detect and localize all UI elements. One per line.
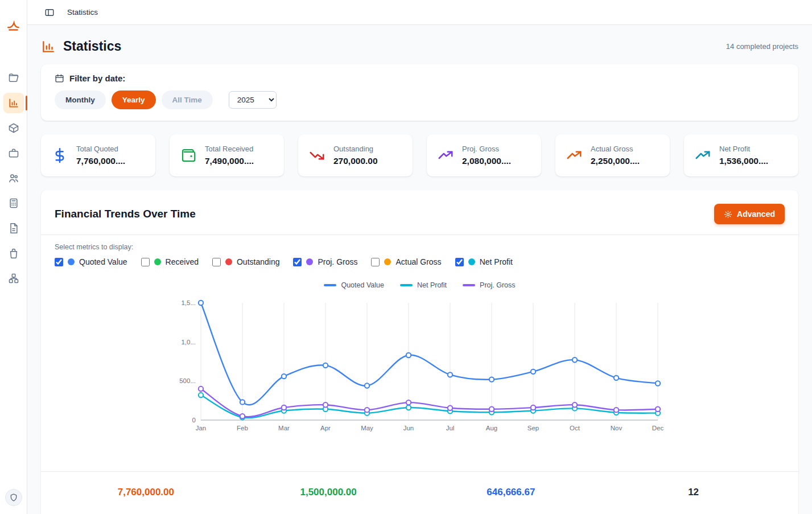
advanced-button[interactable]: Advanced [714,204,785,224]
gear-icon [724,210,732,219]
sidebar-item-folder[interactable] [3,68,24,88]
summary-stat-1: 7,760,000.00 [55,487,237,498]
legend-label: Quoted Value [341,281,384,289]
sidebar-item-calculator[interactable] [3,193,24,213]
sidebar-item-bag[interactable] [3,243,24,264]
metric-toggle-outstanding[interactable]: Outstanding [212,257,280,266]
legend-item-proj-gross[interactable]: Proj. Gross [463,281,516,289]
stat-card-label: Total Received [205,145,254,153]
legend-label: Net Profit [417,281,447,289]
stat-card-label: Proj. Gross [462,145,511,153]
summary-stat-value: 646,666.67 [420,487,603,498]
year-select[interactable]: 2025 [229,91,277,109]
metric-toggle-actual-gross[interactable]: Actual Gross [371,257,441,266]
summary-stat-value: 7,760,000.00 [55,487,237,498]
trend-down-icon [308,147,325,164]
metric-color-dot [468,258,475,265]
summary-stat-3: 646,666.67 [420,487,603,498]
legend-item-net-profit[interactable]: Net Profit [400,281,447,289]
sidebar-item-package[interactable] [3,118,24,138]
metrics-label: Select metrics to display: [55,243,785,251]
shield-icon [9,493,18,502]
stat-card-value: 7,760,000.... [76,156,125,166]
svg-text:1,0...: 1,0... [181,339,196,346]
filter-label: Filter by date: [69,73,125,83]
metric-checkbox[interactable] [455,258,464,266]
chart-wrap: 0500...1,0...1,5...JanFebMarAprMayJunJul… [55,295,785,438]
sidebar-item-chart[interactable] [3,93,24,113]
legend-label: Proj. Gross [480,281,516,289]
sidebar-bottom [5,489,22,506]
stat-card-value: 270,000.00 [333,156,378,166]
advanced-button-label: Advanced [737,209,775,219]
metric-toggle-quoted-value[interactable]: Quoted Value [55,257,127,266]
metrics-row: Quoted ValueReceivedOutstandingProj. Gro… [55,257,785,266]
metric-checkbox[interactable] [212,258,221,266]
metric-toggle-received[interactable]: Received [141,257,199,266]
panel-toggle-icon[interactable] [44,7,55,18]
bag-icon [8,248,19,259]
filter-monthly-button[interactable]: Monthly [55,91,106,109]
metric-color-dot [68,258,75,265]
logo-icon [6,19,21,34]
filter-card: Filter by date: MonthlyYearlyAll Time 20… [41,64,798,121]
filter-all-time-button[interactable]: All Time [162,91,213,109]
svg-text:Sep: Sep [527,425,538,431]
calendar-icon [55,73,64,83]
metric-label: Proj. Gross [318,257,357,266]
sidebar-nav [3,68,24,289]
stat-card-value: 2,250,000.... [591,156,640,166]
dollar-icon [51,147,68,164]
metric-color-dot [306,258,313,265]
svg-text:May: May [361,425,373,431]
summary-stat-value: 1,500,000.00 [237,487,420,498]
metric-checkbox[interactable] [55,258,63,266]
trend-up-icon [694,147,711,164]
summary-stat-4: 12 [602,487,785,498]
stat-card-label: Actual Gross [591,145,640,153]
stat-card-total-quoted: Total Quoted7,760,000.... [41,134,155,176]
svg-text:Nov: Nov [610,425,622,431]
svg-text:Apr: Apr [320,425,331,431]
chart-title-icon [41,39,56,54]
sidebar-item-briefcase[interactable] [3,143,24,163]
legend-item-quoted-value[interactable]: Quoted Value [324,281,384,289]
metric-color-dot [154,258,161,265]
trend-up-icon [566,147,583,164]
sidebar-item-org[interactable] [3,268,24,289]
legend-swatch [463,284,475,286]
svg-text:500...: 500... [179,377,196,384]
metric-label: Quoted Value [79,257,127,266]
filter-yearly-button[interactable]: Yearly [112,91,156,109]
shield-avatar-button[interactable] [5,489,22,506]
filter-buttons: MonthlyYearlyAll Time [55,91,213,109]
stat-card-actual-gross: Actual Gross2,250,000.... [555,134,670,176]
metric-checkbox[interactable] [141,258,150,266]
chart-legend: Quoted ValueNet ProfitProj. Gross [55,281,785,289]
stat-card-net-profit: Net Profit1,536,000.... [684,134,798,176]
stat-card-proj-gross: Proj. Gross2,080,000.... [427,134,541,176]
svg-text:Jan: Jan [195,425,206,431]
trend-up-icon [437,147,454,164]
sidebar-item-invoice[interactable] [3,218,24,239]
stat-card-label: Outstanding [333,145,378,153]
stat-card-value: 2,080,000.... [462,156,511,166]
legend-swatch [400,284,413,286]
svg-text:0: 0 [192,417,195,423]
wallet-icon [180,147,197,164]
main-content: Statistics 14 completed projects Filter … [27,0,812,514]
folder-icon [8,72,19,84]
metric-checkbox[interactable] [371,258,380,266]
sidebar [0,0,27,514]
page-title: Statistics [63,39,121,54]
page-header: Statistics 14 completed projects [41,39,798,54]
financial-trends-card: Financial Trends Over Time Advanced Sele… [41,190,798,514]
sidebar-item-users[interactable] [3,168,24,188]
metric-color-dot [384,258,391,265]
svg-text:Jun: Jun [403,425,414,431]
metric-toggle-proj-gross[interactable]: Proj. Gross [293,257,357,266]
stat-card-label: Total Quoted [76,145,125,153]
metric-toggle-net-profit[interactable]: Net Profit [455,257,513,266]
metric-checkbox[interactable] [293,258,302,266]
financial-trends-chart[interactable]: 0500...1,0...1,5...JanFebMarAprMayJunJul… [170,295,670,438]
